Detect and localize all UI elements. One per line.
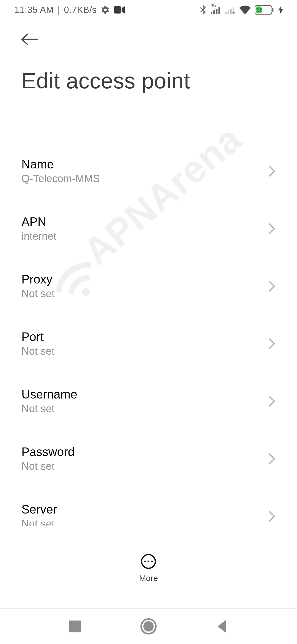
more-icon [140,553,157,570]
row-value: internet [21,230,56,242]
page-title: Edit access point [0,51,297,97]
svg-rect-6 [228,10,229,14]
row-proxy[interactable]: Proxy Not set [0,258,297,314]
row-label: Name [21,157,100,171]
more-label: More [139,574,158,583]
bluetooth-icon [200,5,207,15]
row-label: Proxy [21,272,54,286]
chevron-right-icon [268,510,276,523]
svg-point-15 [148,561,150,563]
status-net-speed: 0.7KB/s [64,5,97,15]
row-value: Not set [21,518,57,526]
chevron-right-icon [268,395,276,408]
row-label: Server [21,503,57,516]
signal-4g-icon: 4G [211,6,221,14]
nav-back-button[interactable] [213,618,231,635]
appbar [0,20,297,51]
status-right: 4G 38 [200,5,283,15]
status-bar: 11:35 AM | 0.7KB/s 4G 38 [0,0,297,20]
battery-icon: 38 [255,5,274,15]
row-value: Not set [21,460,75,472]
chevron-right-icon [268,337,276,350]
row-value: Not set [21,345,54,357]
svg-rect-4 [218,7,220,14]
row-label: Port [21,330,54,344]
svg-rect-7 [230,9,232,14]
signal-nosim-icon [225,6,235,14]
row-value: Not set [21,288,54,300]
row-server[interactable]: Server Not set [0,488,297,526]
row-username[interactable]: Username Not set [0,373,297,429]
battery-percentage: 38 [257,7,263,13]
svg-rect-0 [114,6,121,14]
svg-rect-2 [213,10,215,14]
nav-home-button[interactable] [140,618,157,635]
svg-rect-3 [216,9,218,14]
row-name[interactable]: Name Q-Telecom-MMS [0,143,297,199]
chevron-right-icon [268,165,276,178]
svg-point-14 [144,561,146,563]
more-button[interactable]: More [139,553,158,583]
settings-list: Name Q-Telecom-MMS APN internet Proxy No… [0,143,297,526]
status-separator: | [57,5,60,15]
row-password[interactable]: Password Not set [0,431,297,487]
row-apn[interactable]: APN internet [0,201,297,256]
chevron-right-icon [268,280,276,293]
status-time: 11:35 AM [14,5,54,15]
svg-rect-5 [225,12,227,14]
row-value: Q-Telecom-MMS [21,173,100,185]
back-arrow-icon [21,33,38,46]
row-label: Username [21,388,77,401]
row-value: Not set [21,403,77,415]
gear-icon [101,5,110,15]
row-label: Password [21,445,75,459]
triangle-left-icon [213,618,231,635]
chevron-right-icon [268,452,276,465]
circle-icon [140,618,157,635]
svg-point-19 [143,621,153,631]
svg-point-16 [151,561,153,563]
square-icon [66,618,84,635]
android-navbar [0,608,297,644]
status-left: 11:35 AM | 0.7KB/s [14,5,125,15]
charging-icon [278,6,283,14]
back-button[interactable] [21,33,38,46]
svg-rect-1 [211,12,212,14]
row-port[interactable]: Port Not set [0,316,297,372]
wifi-icon [239,6,251,14]
row-label: APN [21,215,56,229]
status-net-type: 4G [211,3,216,8]
svg-rect-10 [272,8,273,12]
nav-recents-button[interactable] [66,618,84,635]
video-icon [114,6,125,14]
chevron-right-icon [268,222,276,235]
svg-rect-17 [69,621,81,632]
